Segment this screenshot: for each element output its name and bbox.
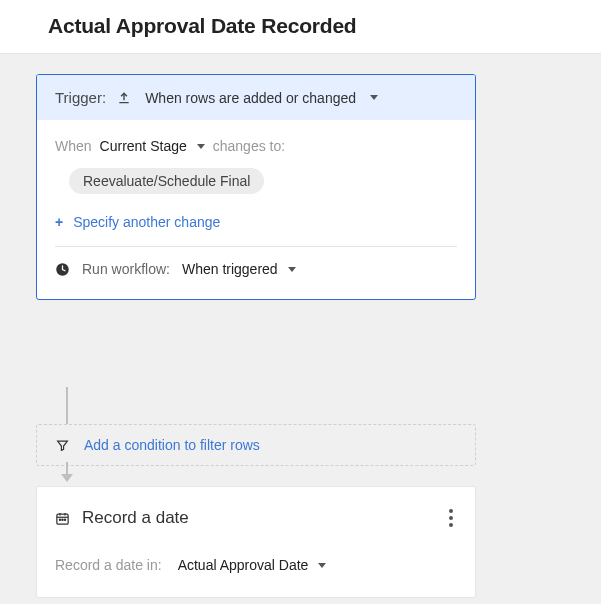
changes-to-chip[interactable]: Reevaluate/Schedule Final bbox=[69, 168, 264, 194]
workflow-canvas: Trigger: When rows are added or changed … bbox=[0, 54, 601, 340]
svg-point-4 bbox=[64, 519, 65, 520]
connector-line bbox=[66, 387, 68, 425]
chevron-down-icon bbox=[318, 563, 326, 568]
action-field-select[interactable]: Actual Approval Date bbox=[178, 557, 327, 573]
action-field-value: Actual Approval Date bbox=[178, 557, 309, 573]
page-header: Actual Approval Date Recorded bbox=[0, 0, 601, 54]
plus-icon: + bbox=[55, 214, 63, 230]
dot-icon bbox=[449, 516, 453, 520]
trigger-type-select[interactable]: When rows are added or changed bbox=[145, 90, 378, 106]
arrow-down-icon bbox=[61, 474, 73, 482]
clock-icon bbox=[55, 262, 70, 277]
trigger-card: Trigger: When rows are added or changed … bbox=[36, 74, 476, 300]
action-field-label: Record a date in: bbox=[55, 557, 162, 573]
run-workflow-label: Run workflow: bbox=[82, 261, 170, 277]
chevron-down-icon bbox=[197, 144, 205, 149]
when-label: When bbox=[55, 138, 92, 154]
action-header: Record a date bbox=[37, 487, 475, 547]
trigger-type-label: When rows are added or changed bbox=[145, 90, 356, 106]
trigger-label: Trigger: bbox=[55, 89, 106, 106]
run-workflow-select[interactable]: When triggered bbox=[182, 261, 296, 277]
action-menu-button[interactable] bbox=[445, 505, 457, 531]
specify-another-change-button[interactable]: + Specify another change bbox=[55, 214, 457, 230]
chevron-down-icon bbox=[288, 267, 296, 272]
chevron-down-icon bbox=[370, 95, 378, 100]
filter-icon bbox=[55, 438, 70, 453]
trigger-header[interactable]: Trigger: When rows are added or changed bbox=[37, 75, 475, 120]
run-workflow-row: Run workflow: When triggered bbox=[55, 247, 457, 291]
trigger-body: When Current Stage changes to: Reevaluat… bbox=[37, 120, 475, 299]
add-condition-label: Add a condition to filter rows bbox=[84, 437, 260, 453]
calendar-icon bbox=[55, 511, 70, 526]
svg-point-3 bbox=[62, 519, 63, 520]
page-title: Actual Approval Date Recorded bbox=[48, 14, 601, 38]
changes-to-label: changes to: bbox=[213, 138, 285, 154]
dot-icon bbox=[449, 523, 453, 527]
action-body: Record a date in: Actual Approval Date bbox=[37, 547, 475, 597]
run-workflow-value: When triggered bbox=[182, 261, 278, 277]
trigger-field-label: Current Stage bbox=[100, 138, 187, 154]
trigger-when-row: When Current Stage changes to: bbox=[55, 136, 457, 156]
action-title: Record a date bbox=[82, 508, 189, 528]
trigger-field-select[interactable]: Current Stage bbox=[100, 136, 205, 156]
add-condition-button[interactable]: Add a condition to filter rows bbox=[36, 424, 476, 466]
action-title-row: Record a date bbox=[55, 508, 189, 528]
changes-to-value-row: Reevaluate/Schedule Final bbox=[55, 156, 457, 194]
svg-point-2 bbox=[59, 519, 60, 520]
specify-another-change-label: Specify another change bbox=[73, 214, 220, 230]
action-card: Record a date Record a date in: Actual A… bbox=[36, 486, 476, 598]
upload-icon bbox=[116, 90, 131, 105]
dot-icon bbox=[449, 509, 453, 513]
